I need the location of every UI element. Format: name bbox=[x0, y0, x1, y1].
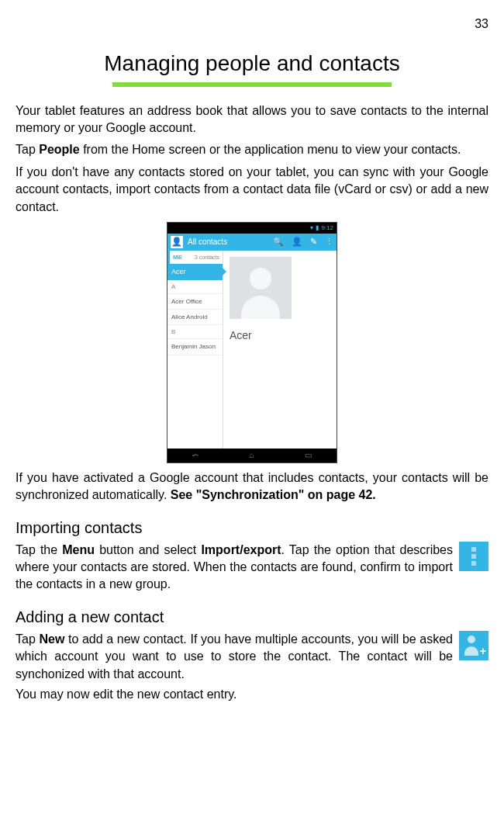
adding-section: Tap New to add a new contact. If you hav… bbox=[16, 631, 488, 683]
app-bar-title: All contacts bbox=[188, 237, 273, 248]
person-head bbox=[468, 636, 475, 643]
intro-paragraph-2: Tap People from the Home screen or the a… bbox=[16, 141, 488, 158]
menu-button-icon bbox=[459, 542, 488, 571]
avatar-body bbox=[241, 296, 280, 319]
importing-heading: Importing contacts bbox=[16, 517, 488, 539]
sync-reference: See "Synchronization" on page 42. bbox=[171, 488, 376, 501]
text-span: from the Home screen or the application … bbox=[80, 143, 461, 156]
avatar-head bbox=[250, 268, 271, 289]
recents-icon[interactable]: ▭ bbox=[305, 450, 312, 461]
people-keyword: People bbox=[39, 143, 79, 156]
contact-count: 3 contacts bbox=[195, 254, 219, 262]
tablet-screenshot: ▾ ▮ 9:12 👤 All contacts 🔍 👤 ✎ ⋮ ME 3 con… bbox=[167, 222, 337, 463]
people-app-icon[interactable]: 👤 bbox=[171, 236, 183, 248]
sidebar-item-acer[interactable]: Acer bbox=[167, 264, 223, 280]
contacts-body: ME 3 contacts Acer A Acer Office Alice A… bbox=[167, 251, 337, 449]
text-span: Tap bbox=[16, 143, 39, 156]
menu-icon[interactable]: ⋮ bbox=[325, 236, 333, 248]
status-bar: ▾ ▮ 9:12 bbox=[167, 223, 337, 234]
search-icon[interactable]: 🔍 bbox=[273, 236, 284, 248]
contact-name-display: Acer bbox=[230, 328, 330, 344]
sidebar-letter-a: A bbox=[167, 280, 223, 294]
title-underline bbox=[112, 82, 392, 87]
battery-icon: ▮ bbox=[316, 223, 319, 232]
status-time: 9:12 bbox=[321, 223, 333, 232]
page-title: Managing people and contacts bbox=[16, 48, 488, 78]
contact-detail: Acer bbox=[223, 251, 337, 449]
sidebar-item-acer-office[interactable]: Acer Office bbox=[167, 294, 223, 310]
menu-dot bbox=[471, 547, 476, 552]
back-icon[interactable]: ⤺ bbox=[192, 450, 198, 461]
sidebar-me-row[interactable]: ME 3 contacts bbox=[167, 251, 223, 264]
contacts-sidebar: ME 3 contacts Acer A Acer Office Alice A… bbox=[167, 251, 223, 449]
page-number: 33 bbox=[16, 16, 488, 33]
menu-dot bbox=[471, 561, 476, 566]
title-container: Managing people and contacts bbox=[16, 48, 488, 86]
add-contact-button-icon: + bbox=[459, 631, 488, 660]
app-bar: 👤 All contacts 🔍 👤 ✎ ⋮ bbox=[167, 234, 337, 251]
text-span: button and select bbox=[95, 543, 201, 556]
adding-heading: Adding a new contact bbox=[16, 606, 488, 628]
wifi-icon: ▾ bbox=[310, 223, 313, 232]
adding-text: Tap New to add a new contact. If you hav… bbox=[16, 631, 453, 683]
intro-paragraph-3: If you don't have any contacts stored on… bbox=[16, 164, 488, 216]
app-bar-actions: 🔍 👤 ✎ ⋮ bbox=[273, 236, 333, 248]
adding-final-text: You may now edit the new contact entry. bbox=[16, 686, 488, 703]
menu-keyword: Menu bbox=[62, 543, 95, 556]
menu-dot bbox=[471, 554, 476, 559]
new-keyword: New bbox=[39, 632, 64, 646]
intro-paragraph-1: Your tablet features an address book tha… bbox=[16, 102, 488, 137]
importing-text: Tap the Menu button and select Import/ex… bbox=[16, 542, 453, 594]
add-contact-icon[interactable]: 👤 bbox=[292, 236, 302, 248]
person-body bbox=[464, 646, 478, 656]
text-span: Tap the bbox=[16, 543, 62, 556]
sync-paragraph: If you have activated a Google account t… bbox=[16, 469, 488, 504]
text-span: to add a new contact. If you have multip… bbox=[16, 632, 453, 681]
sidebar-item-alice[interactable]: Alice Android bbox=[167, 310, 223, 325]
edit-icon[interactable]: ✎ bbox=[310, 236, 317, 248]
nav-bar: ⤺ ⌂ ▭ bbox=[167, 449, 337, 462]
plus-icon: + bbox=[480, 644, 486, 660]
contact-avatar[interactable] bbox=[230, 257, 292, 319]
import-export-keyword: Import/export bbox=[201, 543, 281, 556]
home-icon[interactable]: ⌂ bbox=[249, 450, 254, 461]
importing-section: Tap the Menu button and select Import/ex… bbox=[16, 542, 488, 594]
text-span: Tap bbox=[16, 632, 39, 646]
sidebar-letter-b: B bbox=[167, 325, 223, 339]
me-label: ME bbox=[173, 253, 182, 262]
sidebar-item-benjamin[interactable]: Benjamin Jason bbox=[167, 339, 223, 355]
